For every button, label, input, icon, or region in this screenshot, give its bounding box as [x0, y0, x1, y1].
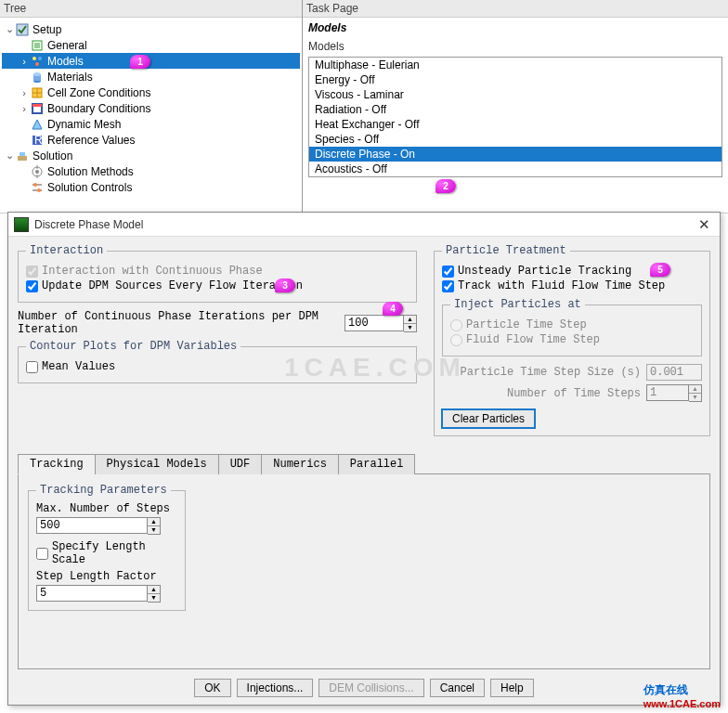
specify-length-checkbox[interactable] — [36, 548, 48, 560]
inject-group: Inject Particles at Particle Time Step F… — [442, 298, 702, 356]
solmethods-icon — [30, 165, 45, 178]
solcontrols-icon — [30, 181, 45, 194]
tree-node-solmethods[interactable]: Solution Methods — [2, 163, 300, 179]
footer-brand: 仿真在线 www.1CAE.com — [644, 682, 721, 709]
task-panel: Task Page Models Models Multiphase - Eul… — [303, 0, 728, 213]
tracking-params-group: Tracking Parameters Max. Number of Steps… — [28, 484, 186, 611]
list-item[interactable]: Heat Exchanger - Off — [309, 117, 722, 132]
tree-label: Solution Controls — [47, 181, 132, 194]
list-item[interactable]: Radiation - Off — [309, 102, 722, 117]
collapse-icon[interactable]: ⌄ — [4, 149, 15, 162]
tab-strip: Tracking Physical Models UDF Numerics Pa… — [18, 453, 710, 474]
models-label: Models — [303, 38, 728, 55]
expand-icon[interactable]: › — [19, 103, 30, 114]
help-button[interactable]: Help — [490, 679, 534, 697]
mean-values-label: Mean Values — [42, 360, 115, 373]
tree-label: General — [47, 39, 87, 52]
list-item[interactable]: Multiphase - Eulerian — [309, 58, 722, 72]
max-steps-spinner[interactable]: ▲▼ — [148, 517, 161, 535]
boundary-icon — [30, 102, 45, 115]
models-listbox[interactable]: Multiphase - Eulerian Energy - Off Visco… — [308, 57, 722, 177]
step-factor-spinner[interactable]: ▲▼ — [148, 585, 161, 603]
collapse-icon[interactable]: ⌄ — [4, 23, 15, 35]
tree-panel: Tree ⌄ Setup General › Models Materials — [0, 0, 303, 213]
tree-node-solution[interactable]: ⌄ Solution — [2, 148, 300, 163]
materials-icon — [30, 71, 45, 84]
tree-label: Models — [47, 55, 84, 68]
svg-point-10 — [33, 72, 41, 76]
specify-length-label: Specify Length Scale — [52, 540, 177, 566]
ok-button[interactable]: OK — [194, 679, 230, 697]
cellzone-icon — [30, 86, 45, 99]
tree-node-refval[interactable]: R Reference Values — [2, 132, 300, 148]
tree-node-materials[interactable]: Materials — [2, 69, 300, 84]
tree-node-general[interactable]: General — [2, 37, 300, 53]
expand-icon[interactable]: › — [19, 56, 30, 67]
tree-node-solcontrols[interactable]: Solution Controls — [2, 179, 300, 195]
interaction-continuous-label: Interaction with Continuous Phase — [42, 265, 263, 278]
brand-cn: 仿真在线 — [644, 683, 688, 696]
svg-text:R: R — [34, 134, 43, 147]
tree-node-cellzone[interactable]: › Cell Zone Conditions — [2, 84, 300, 100]
num-iter-input[interactable] — [344, 315, 404, 331]
dem-collisions-button: DEM Collisions... — [318, 679, 423, 697]
tree-node-setup[interactable]: ⌄ Setup — [2, 21, 300, 37]
interaction-continuous-checkbox — [26, 266, 38, 278]
cancel-button[interactable]: Cancel — [430, 679, 485, 697]
tree-node-models[interactable]: › Models — [2, 53, 300, 69]
list-item[interactable]: Viscous - Laminar — [309, 87, 722, 102]
expand-icon[interactable]: › — [19, 87, 30, 98]
tracking-legend: Tracking Parameters — [36, 484, 171, 497]
page-title: Models — [303, 18, 728, 38]
brand-url: www.1CAE.com — [644, 698, 721, 709]
task-header: Task Page — [303, 0, 728, 18]
tree-label: Cell Zone Conditions — [47, 86, 150, 99]
list-item[interactable]: Acoustics - Off — [309, 162, 722, 176]
num-steps-spinner: ▲▼ — [689, 384, 702, 402]
discrete-phase-dialog: Discrete Phase Model ✕ Interaction Inter… — [7, 212, 721, 706]
inject-legend: Inject Particles at — [450, 298, 585, 311]
step-size-input — [646, 364, 702, 381]
injections-button[interactable]: Injections... — [237, 679, 314, 697]
particle-legend: Particle Treatment — [442, 244, 570, 257]
tab-numerics[interactable]: Numerics — [261, 454, 339, 474]
list-item[interactable]: Species - Off — [309, 132, 722, 147]
tab-physical-models[interactable]: Physical Models — [95, 454, 219, 474]
tab-tracking[interactable]: Tracking — [18, 454, 96, 474]
num-steps-input — [646, 384, 689, 401]
contour-group: Contour Plots for DPM Variables Mean Val… — [18, 340, 417, 383]
num-steps-label: Number of Time Steps — [507, 387, 641, 400]
list-item[interactable]: Discrete Phase - On — [309, 147, 722, 162]
svg-rect-18 — [18, 156, 27, 161]
tree-label: Boundary Conditions — [47, 102, 150, 115]
mean-values-checkbox[interactable] — [26, 361, 38, 373]
max-steps-label: Max. Number of Steps — [36, 502, 177, 515]
track-fluid-checkbox[interactable] — [442, 280, 454, 292]
inject-fluid-radio — [450, 334, 462, 346]
tree-node-boundary[interactable]: › Boundary Conditions — [2, 100, 300, 116]
particle-treatment-group: Particle Treatment Unsteady Particle Tra… — [434, 244, 710, 436]
tab-udf[interactable]: UDF — [218, 454, 263, 474]
list-item[interactable]: Energy - Off — [309, 72, 722, 87]
tree-label: Solution — [32, 149, 72, 162]
step-factor-input[interactable] — [36, 585, 148, 602]
setup-icon — [15, 23, 30, 36]
close-icon[interactable]: ✕ — [694, 216, 714, 233]
tree-node-dynmesh[interactable]: Dynamic Mesh — [2, 116, 300, 132]
track-fluid-label: Track with Fluid Flow Time Step — [458, 279, 665, 292]
step-size-label: Particle Time Step Size (s) — [461, 366, 641, 379]
interaction-group: Interaction Interaction with Continuous … — [18, 244, 417, 303]
refval-icon: R — [30, 134, 45, 147]
tab-parallel[interactable]: Parallel — [338, 454, 416, 474]
dialog-title: Discrete Phase Model — [34, 218, 694, 231]
update-dpm-checkbox[interactable] — [26, 280, 38, 292]
general-icon — [30, 39, 45, 52]
max-steps-input[interactable] — [36, 517, 148, 534]
unsteady-checkbox[interactable] — [442, 266, 454, 278]
tree-label: Setup — [32, 23, 61, 36]
contour-legend: Contour Plots for DPM Variables — [26, 340, 240, 353]
step-factor-label: Step Length Factor — [36, 570, 177, 583]
solution-icon — [15, 149, 30, 162]
clear-particles-button[interactable]: Clear Particles — [442, 409, 535, 428]
num-iter-spinner[interactable]: ▲▼ — [404, 315, 417, 332]
